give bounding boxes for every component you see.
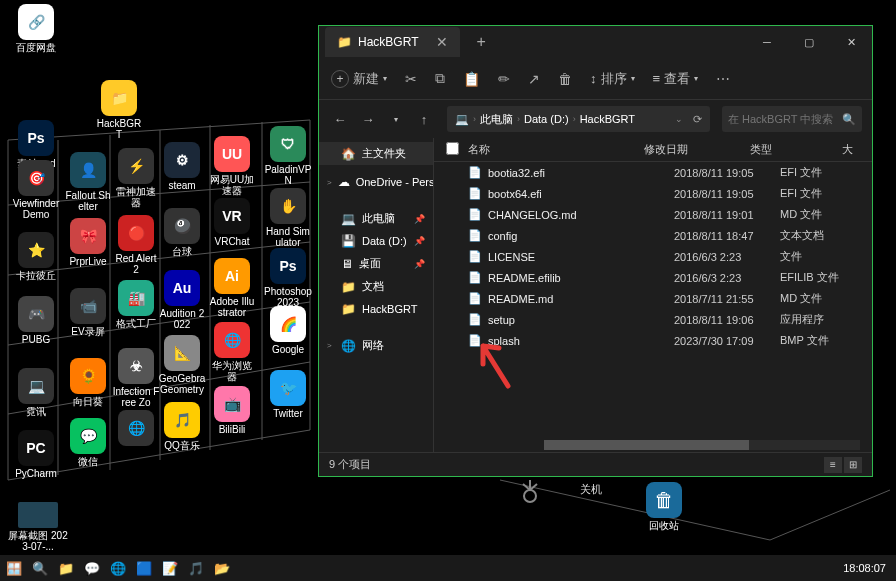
desktop-icon[interactable]: 🎵QQ音乐 — [158, 402, 206, 451]
file-row[interactable]: 📄bootia32.efi2018/8/11 19:05EFI 文件 — [434, 162, 872, 183]
icon-label: 台球 — [158, 246, 206, 257]
file-row[interactable]: 📄LICENSE2016/6/3 2:23文件 — [434, 246, 872, 267]
sidebar-item[interactable]: 💾Data (D:)📌 — [319, 230, 433, 252]
copy-icon[interactable]: ⧉ — [435, 70, 445, 87]
cut-icon[interactable]: ✂ — [405, 71, 417, 87]
crumb-2[interactable]: HackBGRT — [580, 113, 635, 125]
file-row[interactable]: 📄CHANGELOG.md2018/8/11 19:01MD 文件 — [434, 204, 872, 225]
crumb-1[interactable]: Data (D:) — [524, 113, 569, 125]
up-button[interactable]: ↑ — [413, 108, 435, 130]
desktop-icon[interactable]: PCPyCharm — [12, 430, 60, 479]
desktop-icon[interactable]: ⚡雷神加速器 — [112, 148, 160, 208]
taskbar-item[interactable]: 🪟 — [2, 557, 26, 579]
taskbar-item[interactable]: 📝 — [158, 557, 182, 579]
taskbar-item[interactable]: 📂 — [210, 557, 234, 579]
col-type[interactable]: 类型 — [750, 142, 842, 157]
new-button[interactable]: +新建▾ — [331, 70, 387, 88]
maximize-button[interactable]: ▢ — [788, 26, 830, 58]
view-button[interactable]: ≡ 查看 ▾ — [653, 70, 699, 88]
sidebar-item[interactable]: 🖥桌面📌 — [319, 252, 433, 275]
sidebar-item[interactable]: 🏠主文件夹 — [319, 142, 433, 165]
desktop-icon[interactable]: 🐦Twitter — [264, 370, 312, 419]
new-tab[interactable]: + — [476, 33, 485, 51]
desktop-icon[interactable]: 🌈Google — [264, 306, 312, 355]
desktop-icon[interactable]: ⚙steam — [158, 142, 206, 191]
chevron-down-icon[interactable]: ⌄ — [675, 114, 683, 124]
h-scrollbar[interactable] — [544, 440, 860, 450]
search-input[interactable] — [728, 113, 842, 125]
desktop-icon[interactable]: 💬微信 — [64, 418, 112, 467]
file-row[interactable]: 📄config2018/8/11 18:47文本文档 — [434, 225, 872, 246]
crumb-0[interactable]: 此电脑 — [480, 112, 513, 127]
desktop-icon[interactable]: 🎀PrprLive — [64, 218, 112, 267]
sidebar-item[interactable]: >🌐网络 — [319, 334, 433, 357]
recycle-bin[interactable]: 🗑 回收站 — [640, 482, 688, 531]
desktop-icon[interactable]: AuAudition 2022 — [158, 270, 206, 330]
desktop-icon[interactable]: PsPhotoshop 2023 — [264, 248, 312, 308]
more-icon[interactable]: ⋯ — [716, 71, 730, 87]
breadcrumb[interactable]: 💻 › 此电脑 › Data (D:) › HackBGRT ⌄ ⟳ — [447, 106, 710, 132]
rename-icon[interactable]: ✏ — [498, 71, 510, 87]
file-row[interactable]: 📄splash2023/7/30 17:09BMP 文件 — [434, 330, 872, 351]
minimize-button[interactable]: ─ — [746, 26, 788, 58]
desktop-icon[interactable]: 🎮PUBG — [12, 296, 60, 345]
tab[interactable]: 📁 HackBGRT ✕ — [325, 27, 460, 57]
search-icon[interactable]: 🔍 — [842, 113, 856, 126]
desktop-icon[interactable]: 📹EV录屏 — [64, 288, 112, 337]
file-row[interactable]: 📄README.md2018/7/11 21:55MD 文件 — [434, 288, 872, 309]
desktop-icon[interactable]: ⭐卡拉彼丘 — [12, 232, 60, 281]
taskbar-item[interactable]: 💬 — [80, 557, 104, 579]
file-date: 2018/8/11 19:01 — [674, 209, 780, 221]
desktop-icon[interactable]: 📺BiliBili — [208, 386, 256, 435]
desktop-icon[interactable]: 🔴Red Alert 2 — [112, 215, 160, 275]
col-date[interactable]: 修改日期 — [644, 142, 750, 157]
desktop-icon[interactable]: VRVRChat — [208, 198, 256, 247]
select-all-checkbox[interactable] — [446, 142, 459, 155]
desktop-icon[interactable]: AiAdobe Illustrator — [208, 258, 256, 318]
desktop-icon[interactable]: 🏭格式工厂 — [112, 280, 160, 329]
paste-icon[interactable]: 📋 — [463, 71, 480, 87]
sidebar-item[interactable]: 📁HackBGRT — [319, 298, 433, 320]
taskbar-item[interactable]: 📁 — [54, 557, 78, 579]
desktop-icon[interactable]: UU网易UU加速器 — [208, 136, 256, 196]
desktop-icon[interactable]: 🌐华为浏览器 — [208, 322, 256, 382]
forward-button[interactable]: → — [357, 108, 379, 130]
file-row[interactable]: 📄bootx64.efi2018/8/11 19:05EFI 文件 — [434, 183, 872, 204]
sidebar-item[interactable]: >☁OneDrive - Person — [319, 171, 433, 193]
screenshot-file[interactable]: 屏幕截图 2023-07-... — [8, 502, 68, 552]
desktop-icon[interactable]: 🔗百度网盘 — [12, 4, 60, 53]
close-button[interactable]: ✕ — [830, 26, 872, 58]
desktop-icon[interactable]: 🌻向日葵 — [64, 358, 112, 407]
desktop-icon[interactable]: 📁HackBGRT — [95, 80, 143, 140]
desktop-icon[interactable]: 🎱台球 — [158, 208, 206, 257]
desktop-icon[interactable]: 🌐 — [112, 410, 160, 448]
desktop-icon[interactable]: 📐GeoGebra Geometry — [158, 335, 206, 395]
tab-close[interactable]: ✕ — [436, 34, 448, 50]
desktop-icon[interactable]: ☣Infection Free Zo — [112, 348, 160, 408]
col-size[interactable]: 大 — [842, 142, 872, 157]
history-button[interactable]: ▾ — [385, 108, 407, 130]
desktop-icon[interactable]: 💻霓讯 — [12, 368, 60, 417]
taskbar-item[interactable]: 🌐 — [106, 557, 130, 579]
back-button[interactable]: ← — [329, 108, 351, 130]
view-grid[interactable]: ⊞ — [844, 457, 862, 473]
clock[interactable]: 18:08:07 — [833, 562, 896, 574]
view-details[interactable]: ≡ — [824, 457, 842, 473]
desktop-icon[interactable]: 🛡PaladinVPN — [264, 126, 312, 186]
taskbar-item[interactable]: 🔍 — [28, 557, 52, 579]
desktop-icon[interactable]: 🎯Viewfinder Demo — [12, 160, 60, 220]
file-row[interactable]: 📄setup2018/8/11 19:06应用程序 — [434, 309, 872, 330]
sort-button[interactable]: ↕ 排序 ▾ — [590, 70, 635, 88]
delete-icon[interactable]: 🗑 — [558, 71, 572, 87]
search-box[interactable]: 🔍 — [722, 106, 862, 132]
sidebar-item[interactable]: 💻此电脑📌 — [319, 207, 433, 230]
file-row[interactable]: 📄README.efilib2016/6/3 2:23EFILIB 文件 — [434, 267, 872, 288]
share-icon[interactable]: ↗ — [528, 71, 540, 87]
desktop-icon[interactable]: 👤Fallout Shelter — [64, 152, 112, 212]
col-name[interactable]: 名称 — [468, 142, 644, 157]
sidebar-item[interactable]: 📁文档 — [319, 275, 433, 298]
refresh-icon[interactable]: ⟳ — [693, 113, 702, 126]
taskbar-item[interactable]: 🟦 — [132, 557, 156, 579]
taskbar-item[interactable]: 🎵 — [184, 557, 208, 579]
desktop-icon[interactable]: ✋Hand Simulator — [264, 188, 312, 248]
